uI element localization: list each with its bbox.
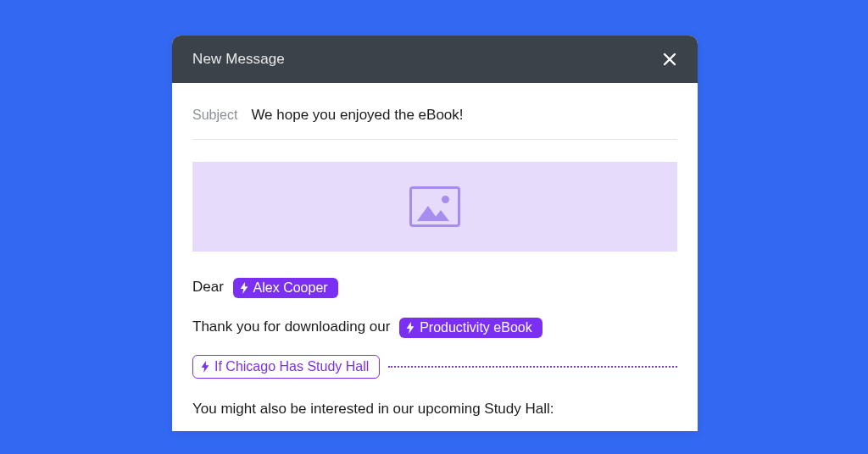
- image-icon: [409, 186, 460, 227]
- bolt-icon: [240, 282, 248, 294]
- followup-line: You might also be interested in our upco…: [192, 397, 677, 430]
- thanks-text: Thank you for downloading our: [192, 318, 390, 335]
- chip-label: Alex Cooper: [253, 281, 328, 295]
- close-icon: [663, 53, 676, 66]
- subject-label: Subject: [192, 108, 237, 123]
- bolt-icon: [406, 322, 415, 334]
- compose-content: Subject Dear Alex Cooper: [172, 83, 698, 431]
- condition-row: If Chicago Has Study Hall: [192, 355, 677, 379]
- product-variable-chip[interactable]: Productivity eBook: [399, 318, 542, 338]
- chip-label: If Chicago Has Study Hall: [214, 360, 369, 374]
- app-stage: New Message Subject: [0, 0, 868, 454]
- chip-label: Productivity eBook: [420, 321, 532, 335]
- bolt-icon: [201, 361, 209, 373]
- recipient-variable-chip[interactable]: Alex Cooper: [233, 278, 338, 298]
- subject-row: Subject: [192, 102, 677, 140]
- condition-divider: [388, 366, 677, 368]
- greeting-line: Dear Alex Cooper: [192, 275, 677, 298]
- titlebar: New Message: [172, 36, 698, 83]
- subject-input[interactable]: [251, 107, 677, 124]
- close-button[interactable]: [660, 50, 679, 69]
- image-placeholder[interactable]: [192, 162, 677, 252]
- thanks-line: Thank you for downloading our Productivi…: [192, 315, 677, 338]
- condition-chip[interactable]: If Chicago Has Study Hall: [192, 355, 380, 379]
- email-body-editor[interactable]: Dear Alex Cooper Thank you for downloadi…: [192, 275, 677, 431]
- followup-text: You might also be interested in our upco…: [192, 401, 554, 417]
- window-title: New Message: [192, 51, 285, 68]
- compose-window: New Message Subject: [172, 36, 698, 431]
- greeting-text: Dear: [192, 279, 224, 295]
